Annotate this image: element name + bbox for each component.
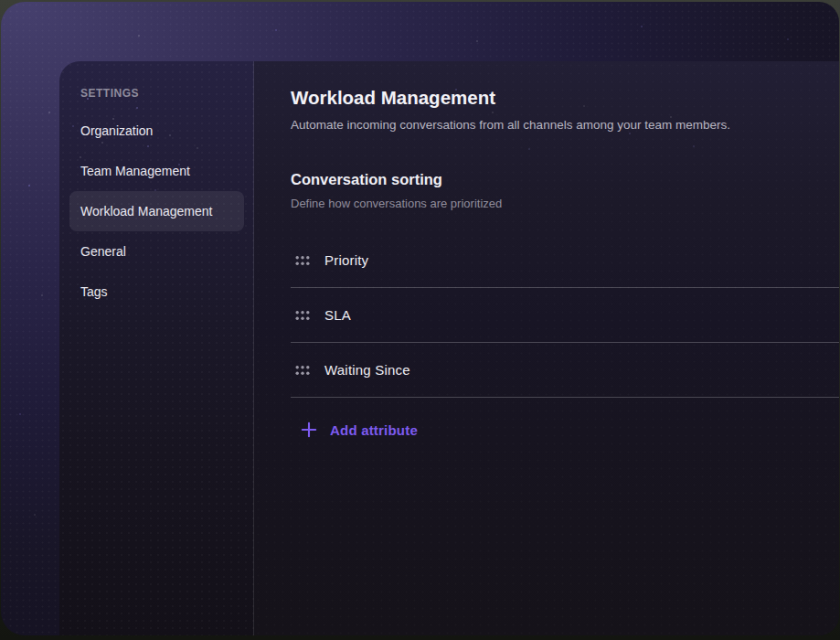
plus-icon [300, 421, 318, 439]
sidebar-item-organization[interactable]: Organization [69, 111, 244, 151]
section-description: Define how conversations are prioritized [291, 196, 839, 211]
attribute-label: Priority [324, 252, 368, 268]
add-attribute-label: Add attribute [330, 422, 418, 438]
main-content: Workload Management Automate incoming co… [254, 61, 839, 635]
sidebar-nav: Organization Team Management Workload Ma… [59, 111, 253, 312]
page-title: Workload Management [291, 85, 839, 111]
sidebar-item-tags[interactable]: Tags [69, 272, 244, 312]
attribute-label: Waiting Since [324, 362, 410, 378]
drag-handle-icon[interactable] [295, 310, 310, 321]
drag-handle-icon[interactable] [295, 255, 310, 266]
settings-card: SETTINGS Organization Team Management Wo… [1, 2, 839, 635]
attribute-row-priority[interactable]: Priority [291, 233, 839, 288]
sidebar-item-team-management[interactable]: Team Management [69, 151, 244, 191]
sidebar-heading: SETTINGS [80, 85, 253, 101]
attribute-row-sla[interactable]: SLA [291, 288, 839, 343]
attribute-list: Priority SLA [291, 233, 839, 398]
background-stars [1, 2, 3, 4]
settings-sidebar: SETTINGS Organization Team Management Wo… [59, 61, 254, 635]
drag-handle-icon[interactable] [295, 365, 310, 376]
sidebar-item-workload-management[interactable]: Workload Management [69, 191, 244, 231]
add-attribute-button[interactable]: Add attribute [291, 404, 418, 455]
main-stars [254, 61, 256, 63]
sidebar-item-general[interactable]: General [69, 231, 244, 272]
attribute-label: SLA [324, 307, 351, 323]
page-subtitle: Automate incoming conversations from all… [291, 117, 839, 133]
attribute-row-waiting-since[interactable]: Waiting Since [291, 343, 839, 398]
sidebar-stars [59, 61, 61, 63]
section-title: Conversation sorting [291, 168, 839, 190]
settings-panel: SETTINGS Organization Team Management Wo… [59, 61, 839, 635]
